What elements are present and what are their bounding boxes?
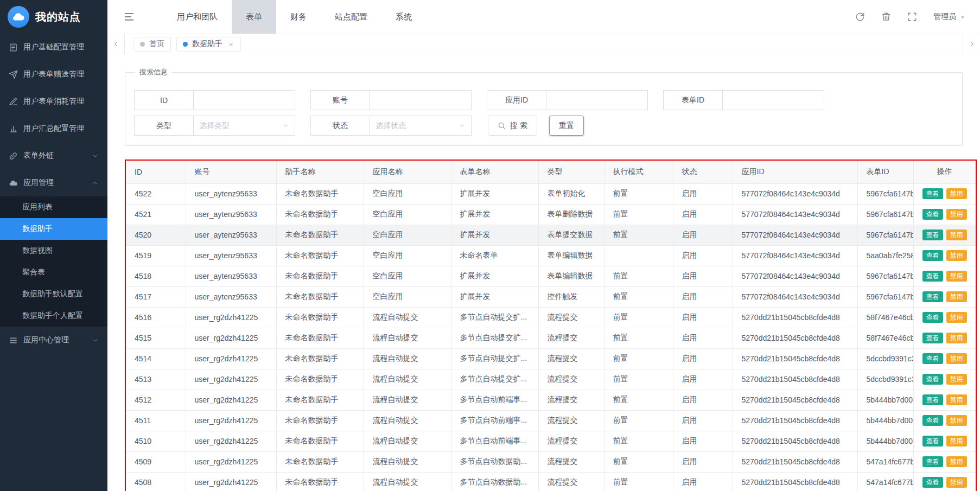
view-button[interactable]: 查看	[922, 436, 943, 447]
disable-button[interactable]: 禁用	[946, 271, 967, 282]
disable-button[interactable]: 禁用	[946, 209, 967, 220]
cell-actions: 查看禁用	[913, 204, 976, 225]
view-button[interactable]: 查看	[922, 271, 943, 282]
top-nav-item[interactable]: 表单	[232, 0, 276, 34]
search-select-field: 状态选择状态	[310, 116, 472, 136]
search-input[interactable]	[193, 90, 295, 110]
top-nav-item[interactable]: 系统	[381, 0, 426, 34]
table-row[interactable]: 4522user_aytenz95633未命名数据助手空白应用扩展并发表单初始化…	[126, 183, 976, 204]
sidebar-item[interactable]: 表单外链	[0, 142, 107, 169]
cell-status: 启用	[673, 245, 733, 266]
column-header: 应用ID	[733, 161, 857, 183]
disable-button[interactable]: 禁用	[946, 229, 967, 240]
sidebar-subitem[interactable]: 数据视图	[0, 240, 107, 262]
cell-form: 多节点自动数据助...	[451, 451, 538, 472]
disable-button[interactable]: 禁用	[946, 188, 967, 199]
table-row[interactable]: 4519user_aytenz95633未命名数据助手空白应用未命名表单表单编辑…	[126, 245, 976, 266]
disable-button[interactable]: 禁用	[946, 353, 967, 364]
table-row[interactable]: 4511user_rg2dzh41225未命名数据助手流程自动提交多节点自动前端…	[126, 410, 976, 431]
cell-form_id: 5b444bb7d00508fb	[857, 390, 913, 410]
table-row[interactable]: 4509user_rg2dzh41225未命名数据助手流程自动提交多节点自动数据…	[126, 451, 976, 472]
disable-button[interactable]: 禁用	[946, 374, 967, 385]
fullscreen-icon[interactable]	[907, 12, 917, 22]
page-tab[interactable]: 首页	[133, 37, 171, 52]
view-button[interactable]: 查看	[922, 291, 943, 302]
table-row[interactable]: 4518user_aytenz95633未命名数据助手空白应用扩展并发表单编辑数…	[126, 266, 976, 286]
cell-app_id: 5270dd21b15045cb8cfde4d8	[733, 472, 857, 491]
sidebar-item[interactable]: 用户表单消耗管理	[0, 88, 107, 115]
view-button[interactable]: 查看	[922, 250, 943, 261]
sidebar-item[interactable]: 用户表单赠送管理	[0, 61, 107, 88]
tabs-scroll-left[interactable]	[107, 34, 125, 54]
table-row[interactable]: 4514user_rg2dzh41225未命名数据助手流程自动提交多节点自动提交…	[126, 348, 976, 369]
top-nav-item[interactable]: 财务	[276, 0, 321, 34]
trash-icon[interactable]	[881, 12, 891, 22]
disable-button[interactable]: 禁用	[946, 312, 967, 323]
disable-button[interactable]: 禁用	[946, 333, 967, 343]
view-button[interactable]: 查看	[922, 477, 943, 488]
table-row[interactable]: 4508user_rg2dzh41225未命名数据助手流程自动提交多节点自动数据…	[126, 472, 976, 491]
disable-button[interactable]: 禁用	[946, 477, 967, 488]
select-input[interactable]: 选择类型	[193, 116, 295, 136]
view-button[interactable]: 查看	[922, 229, 943, 240]
view-button[interactable]: 查看	[922, 415, 943, 426]
cell-app_id: 5270dd21b15045cb8cfde4d8	[733, 369, 857, 390]
table-row[interactable]: 4512user_rg2dzh41225未命名数据助手流程自动提交多节点自动前端…	[126, 390, 976, 410]
page-tab[interactable]: 数据助手	[176, 37, 241, 52]
sidebar-subitem[interactable]: 聚合表	[0, 262, 107, 283]
select-input[interactable]: 选择状态	[370, 116, 472, 136]
sidebar-item[interactable]: 应用中心管理	[0, 327, 107, 354]
view-button[interactable]: 查看	[922, 333, 943, 343]
search-input[interactable]	[722, 90, 824, 110]
column-header: 助手名称	[276, 161, 364, 183]
search-input[interactable]	[546, 90, 648, 110]
disable-button[interactable]: 禁用	[946, 250, 967, 261]
cell-type: 表单编辑数据	[538, 245, 604, 266]
view-button[interactable]: 查看	[922, 394, 943, 405]
top-nav-item[interactable]: 站点配置	[321, 0, 381, 34]
close-icon[interactable]	[228, 41, 234, 47]
top-nav-item[interactable]: 用户和团队	[163, 0, 232, 34]
table-row[interactable]: 4510user_rg2dzh41225未命名数据助手流程自动提交多节点自动前端…	[126, 431, 976, 451]
site-logo[interactable]: 我的站点	[0, 0, 107, 34]
sidebar-item-label: 用户基础配置管理	[23, 42, 84, 52]
sidebar-subitem-label: 数据视图	[22, 246, 53, 256]
view-button[interactable]: 查看	[922, 188, 943, 199]
sidebar-item[interactable]: 应用管理	[0, 169, 107, 196]
disable-button[interactable]: 禁用	[946, 456, 967, 467]
view-button[interactable]: 查看	[922, 353, 943, 364]
table-row[interactable]: 4513user_rg2dzh41225未命名数据助手流程自动提交多节点自动提交…	[126, 369, 976, 390]
disable-button[interactable]: 禁用	[946, 436, 967, 447]
view-button[interactable]: 查看	[922, 374, 943, 385]
column-header: 账号	[186, 161, 276, 183]
search-input[interactable]	[370, 90, 472, 110]
table-row[interactable]: 4520user_aytenz95633未命名数据助手空白应用扩展并发表单提交数…	[126, 225, 976, 245]
disable-button[interactable]: 禁用	[946, 291, 967, 302]
menu-fold-icon[interactable]	[124, 11, 135, 22]
sidebar-subitem[interactable]: 数据助手个人配置	[0, 305, 107, 327]
cell-form_id: 5b444bb7d00508fb	[857, 410, 913, 431]
table-row[interactable]: 4515user_rg2dzh41225未命名数据助手流程自动提交多节点自动提交…	[126, 328, 976, 348]
view-button[interactable]: 查看	[922, 209, 943, 220]
app-root: 我的站点 用户基础配置管理用户表单赠送管理用户表单消耗管理用户汇总配置管理表单外…	[0, 0, 980, 491]
pen-icon	[9, 97, 18, 106]
sidebar-item[interactable]: 用户基础配置管理	[0, 34, 107, 61]
refresh-icon[interactable]	[855, 12, 865, 22]
user-menu[interactable]: 管理员	[933, 12, 966, 22]
disable-button[interactable]: 禁用	[946, 415, 967, 426]
sidebar-subitem[interactable]: 数据助手默认配置	[0, 283, 107, 305]
view-button[interactable]: 查看	[922, 312, 943, 323]
sidebar-item[interactable]: 用户汇总配置管理	[0, 115, 107, 142]
view-button[interactable]: 查看	[922, 456, 943, 467]
cell-account: user_rg2dzh41225	[186, 348, 276, 369]
sidebar-subitem[interactable]: 应用列表	[0, 196, 107, 218]
reset-button[interactable]: 重置	[549, 116, 584, 136]
disable-button[interactable]: 禁用	[946, 394, 967, 405]
search-button[interactable]: 搜 索	[488, 116, 537, 136]
cell-status: 启用	[673, 348, 733, 369]
tabs-scroll-right[interactable]	[963, 34, 980, 54]
table-row[interactable]: 4516user_rg2dzh41225未命名数据助手流程自动提交多节点自动提交…	[126, 307, 976, 328]
table-row[interactable]: 4521user_aytenz95633未命名数据助手空白应用扩展并发表单删除数…	[126, 204, 976, 225]
sidebar-subitem[interactable]: 数据助手	[0, 218, 107, 240]
table-row[interactable]: 4517user_aytenz95633未命名数据助手空白应用扩展并发控件触发前…	[126, 286, 976, 307]
